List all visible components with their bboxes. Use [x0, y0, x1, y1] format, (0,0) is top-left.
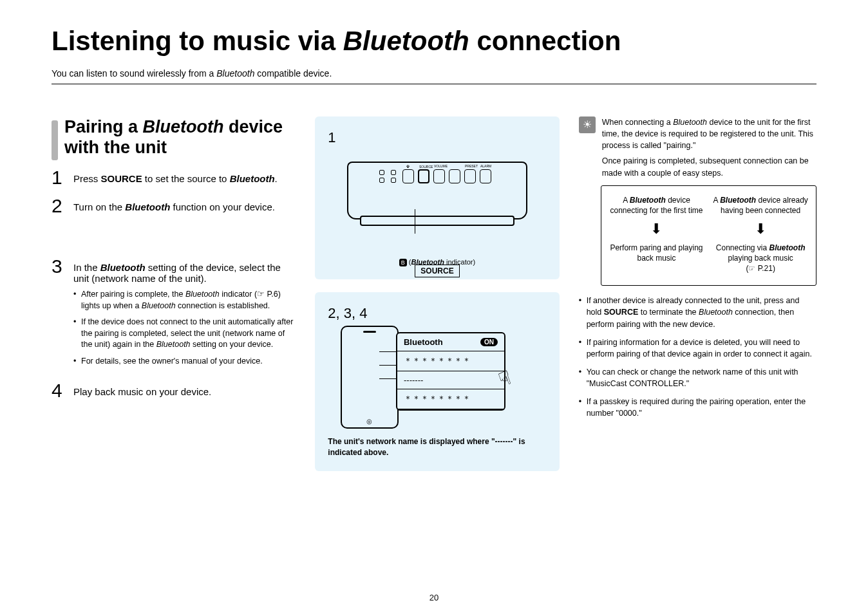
- step-1: 1 Press SOURCE to set the source to Blue…: [52, 168, 296, 187]
- bluetooth-icon: B: [399, 259, 407, 266]
- middle-column: 1 ⏻ SOURCE VOLUME PRESET ALARM SOURCE B: [315, 116, 559, 471]
- figure-number: 2, 3, 4: [328, 305, 546, 322]
- bullet: For details, see the owner's manual of y…: [73, 356, 296, 367]
- step-3: 3 In the Bluetooth setting of the device…: [52, 257, 296, 372]
- lightbulb-icon: ☀: [579, 116, 596, 133]
- figure-caption: The unit's network name is displayed whe…: [328, 436, 546, 458]
- arrow-down-icon: ⬇: [608, 219, 706, 239]
- title-text-b: Bluetooth: [343, 26, 469, 56]
- device-top-illustration: ⏻ SOURCE VOLUME PRESET ALARM: [341, 150, 534, 234]
- figure-2-panel: 2, 3, 4 Bluetooth ON ＊＊＊＊＊＊＊＊ ------- ＊＊…: [315, 292, 559, 471]
- phone-callout: Bluetooth ON ＊＊＊＊＊＊＊＊ ------- ＊＊＊＊＊＊＊＊ ☟: [396, 332, 505, 411]
- bullet: If the device does not connect to the un…: [73, 317, 296, 351]
- tip-block: ☀ When connecting a Bluetooth device to …: [579, 116, 816, 179]
- page-number: 20: [429, 593, 439, 602]
- intro-text: You can listen to sound wirelessly from …: [52, 68, 816, 79]
- arrow-down-icon: ⬇: [712, 219, 809, 239]
- title-text-a: Listening to music via: [52, 26, 343, 56]
- note-item: If pairing information for a device is d…: [579, 337, 816, 360]
- bullet: After pairing is complete, the Bluetooth…: [73, 289, 296, 312]
- left-column: Pairing a Bluetooth device with the unit…: [52, 116, 296, 471]
- title-text-c: connection: [469, 26, 621, 56]
- source-button-icon: SOURCE: [418, 169, 429, 183]
- step-number: 4: [52, 381, 64, 400]
- step-number: 3: [52, 257, 64, 372]
- section-heading: Pairing a Bluetooth device with the unit: [52, 116, 296, 160]
- bluetooth-indicator-label: B (Bluetooth indicator): [328, 258, 546, 266]
- section-tab-icon: [52, 120, 58, 160]
- step-2: 2 Turn on the Bluetooth function on your…: [52, 196, 296, 216]
- notes-list: If another device is already connected t…: [579, 295, 816, 419]
- note-item: You can check or change the network name…: [579, 366, 816, 389]
- step-number: 2: [52, 196, 64, 216]
- note-item: If a passkey is required during the pair…: [579, 396, 816, 419]
- divider: [52, 84, 816, 84]
- note-item: If another device is already connected t…: [579, 295, 816, 330]
- page-title: Listening to music via Bluetooth connect…: [52, 26, 816, 57]
- right-column: ☀ When connecting a Bluetooth device to …: [579, 116, 816, 471]
- step-number: 1: [52, 168, 64, 187]
- figure-number: 1: [328, 129, 546, 146]
- step-4: 4 Play back music on your device.: [52, 381, 296, 400]
- on-badge: ON: [480, 338, 498, 346]
- bluetooth-label: Bluetooth: [404, 337, 443, 347]
- flow-diagram: A Bluetooth device connecting for the fi…: [601, 185, 816, 286]
- figure-1-panel: 1 ⏻ SOURCE VOLUME PRESET ALARM SOURCE B: [315, 116, 559, 279]
